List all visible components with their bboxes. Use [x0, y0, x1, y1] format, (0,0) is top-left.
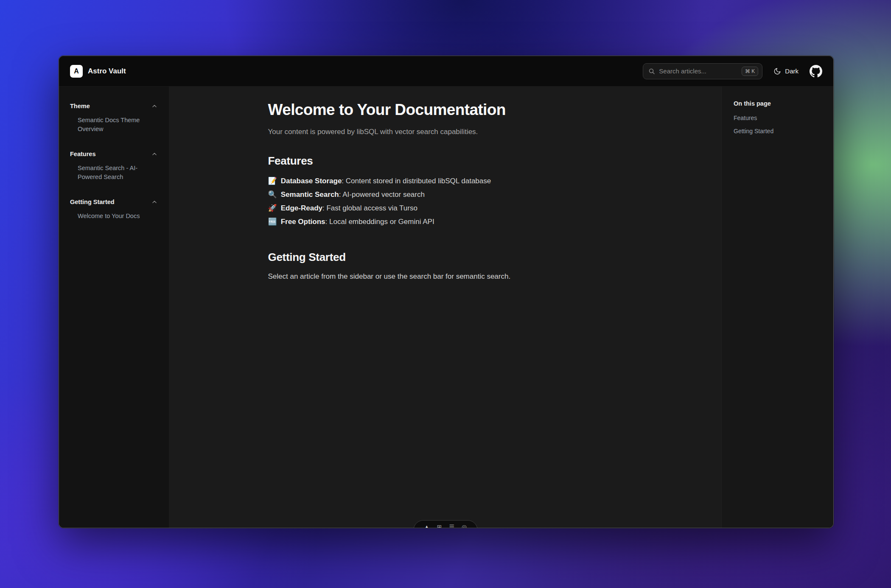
- sidebar-section-header-features[interactable]: Features: [70, 151, 158, 157]
- sidebar-section-label: Theme: [70, 103, 90, 109]
- desktop-wallpaper: A Astro Vault ⌘ K Dark: [0, 0, 891, 588]
- features-list: 📝Database Storage: Content stored in dis…: [268, 174, 623, 229]
- chevron-up-icon: [151, 151, 158, 157]
- feature-item: 📝Database Storage: Content stored in dis…: [268, 174, 623, 188]
- sidebar-section-header-getting-started[interactable]: Getting Started: [70, 199, 158, 205]
- sidebar-section-theme: Theme Semantic Docs Theme Overview: [70, 103, 158, 134]
- feature-text: : Local embeddings or Gemini API: [325, 218, 434, 226]
- sidebar-section-header-theme[interactable]: Theme: [70, 103, 158, 109]
- app-window: A Astro Vault ⌘ K Dark: [59, 56, 834, 528]
- feature-label: Semantic Search: [281, 190, 339, 199]
- menu-icon[interactable]: ☰: [449, 524, 454, 528]
- github-link[interactable]: [810, 65, 822, 78]
- feature-label: Edge-Ready: [281, 204, 322, 212]
- sidebar-item-welcome-docs[interactable]: Welcome to Your Docs: [70, 212, 158, 221]
- feature-item: 🚀Edge-Ready: Fast global access via Turs…: [268, 202, 623, 215]
- theme-icon: [773, 67, 781, 75]
- chevron-up-icon: [151, 199, 158, 205]
- feature-text: : AI-powered vector search: [339, 190, 425, 199]
- theme-toggle-button[interactable]: Dark: [773, 67, 799, 75]
- sidebar-item-semantic-search[interactable]: Semantic Search - AI-Powered Search: [70, 164, 158, 182]
- sidebar-nav: Theme Semantic Docs Theme Overview Featu…: [59, 87, 169, 528]
- toc-panel: On this page Features Getting Started: [721, 87, 833, 528]
- toc-title: On this page: [734, 100, 825, 107]
- sidebar-section-label: Getting Started: [70, 199, 115, 205]
- feature-text: : Content stored in distributed libSQL d…: [342, 177, 491, 185]
- header-actions: ⌘ K Dark: [643, 63, 822, 79]
- github-icon: [810, 65, 822, 78]
- getting-started-heading: Getting Started: [268, 251, 623, 264]
- page-intro: Your content is powered by libSQL with v…: [268, 126, 623, 137]
- dev-toolbar: ▲ ⊞ ☰ ◎: [413, 520, 478, 528]
- memo-emoji-icon: 📝: [268, 177, 277, 185]
- getting-started-text: Select an article from the sidebar or us…: [268, 271, 623, 282]
- astro-devbar-icon[interactable]: ▲: [424, 524, 430, 528]
- features-heading: Features: [268, 154, 623, 168]
- search-shortcut-badge: ⌘ K: [742, 67, 758, 76]
- content-area: Theme Semantic Docs Theme Overview Featu…: [59, 87, 833, 528]
- theme-label: Dark: [785, 67, 799, 75]
- chevron-up-icon: [151, 103, 158, 109]
- sidebar-section-getting-started: Getting Started Welcome to Your Docs: [70, 199, 158, 221]
- feature-label: Free Options: [281, 218, 325, 226]
- sidebar-item-semantic-docs-overview[interactable]: Semantic Docs Theme Overview: [70, 116, 158, 134]
- home-link[interactable]: A Astro Vault: [70, 65, 126, 78]
- site-title: Astro Vault: [88, 67, 126, 76]
- sidebar-section-features: Features Semantic Search - AI-Powered Se…: [70, 151, 158, 182]
- search-box[interactable]: ⌘ K: [643, 63, 762, 79]
- page-title: Welcome to Your Documentation: [268, 101, 623, 119]
- sidebar-section-label: Features: [70, 151, 95, 157]
- magnifier-emoji-icon: 🔍: [268, 190, 277, 199]
- search-icon: [648, 68, 655, 75]
- site-logo-icon: A: [70, 65, 83, 78]
- toc-link-getting-started[interactable]: Getting Started: [734, 128, 825, 134]
- feature-item: 🆓Free Options: Local embeddings or Gemin…: [268, 215, 623, 229]
- free-emoji-icon: 🆓: [268, 218, 277, 226]
- toc-link-features[interactable]: Features: [734, 115, 825, 121]
- app-header: A Astro Vault ⌘ K Dark: [59, 56, 833, 87]
- apps-icon[interactable]: ⊞: [437, 524, 442, 528]
- settings-icon[interactable]: ◎: [462, 524, 467, 528]
- feature-item: 🔍Semantic Search: AI-powered vector sear…: [268, 188, 623, 202]
- feature-text: : Fast global access via Turso: [322, 204, 417, 212]
- feature-label: Database Storage: [281, 177, 342, 185]
- rocket-emoji-icon: 🚀: [268, 204, 277, 212]
- search-input[interactable]: [659, 67, 738, 75]
- main-content: Welcome to Your Documentation Your conte…: [169, 87, 721, 528]
